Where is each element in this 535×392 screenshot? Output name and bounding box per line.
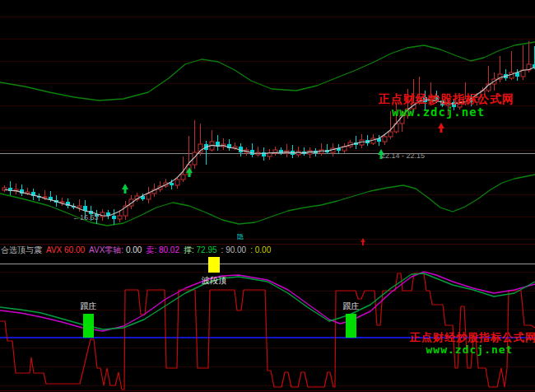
signal-box — [346, 314, 356, 338]
moving-average-line — [5, 68, 535, 217]
magenta-line — [0, 272, 535, 331]
indicator-field-90: : 90.00 — [221, 245, 247, 254]
indicator-field-support: 撑: 72.95 — [184, 245, 217, 256]
signal-box — [208, 257, 220, 273]
candle-up — [475, 97, 479, 102]
candle-up — [388, 132, 393, 137]
candle-down — [170, 183, 174, 185]
lower-band-line — [0, 175, 535, 226]
buy-arrow-icon — [122, 184, 128, 194]
indicator-title: 合选顶与震 — [1, 245, 42, 256]
candle-down — [435, 96, 439, 100]
candle-up — [268, 153, 272, 156]
buy-arrow-icon — [378, 149, 384, 159]
candle-up — [458, 104, 462, 107]
indicator-field-0: : 0.00 — [250, 245, 271, 254]
signal-box — [83, 314, 94, 338]
chart-canvas[interactable] — [0, 0, 535, 392]
candle-up — [147, 194, 151, 199]
candle-up — [60, 202, 64, 203]
stock-chart-app: 正点财经炒股指标公式网 www.zdcj.net 正点财经炒股指标公式网 www… — [0, 0, 535, 392]
candle-up — [43, 197, 47, 198]
candle-up — [181, 175, 185, 180]
indicator-field-sell: 卖: 80.02 — [146, 245, 179, 256]
candle-down — [112, 216, 116, 219]
indicator-field-avx: AVX 60.00 — [46, 245, 85, 254]
candle-up — [429, 96, 433, 102]
indicator-field-avx-zero: AVX零轴: 0.00 — [89, 245, 142, 256]
indicator-header: 合选顶与震 AVX 60.00 AVX零轴: 0.00 卖: 80.02 撑: … — [1, 245, 271, 255]
alert-arrow-icon — [438, 123, 444, 133]
candle-up — [383, 137, 387, 142]
upper-band-line — [0, 42, 535, 100]
candle-up — [118, 216, 122, 219]
candle-up — [77, 206, 81, 208]
candle-up — [175, 180, 179, 185]
